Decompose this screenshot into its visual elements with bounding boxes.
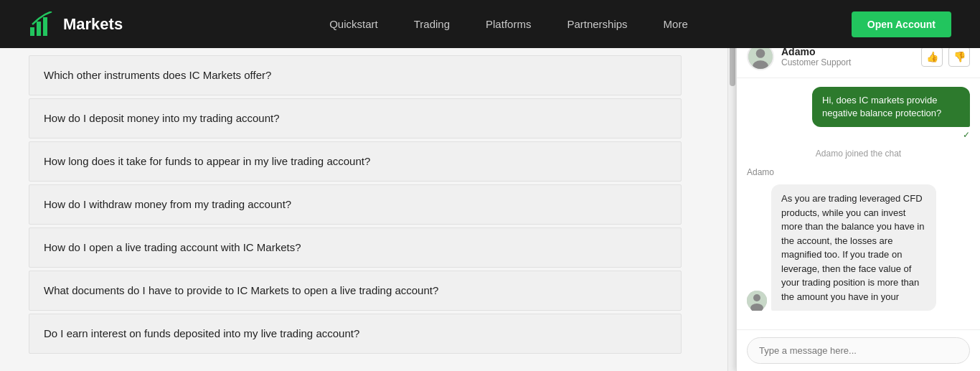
nav-platforms[interactable]: Platforms	[486, 18, 531, 30]
thumbs-up-icon: 👍	[926, 51, 938, 62]
faq-item[interactable]: How long does it take for funds to appea…	[29, 141, 682, 182]
faq-item[interactable]: Do I earn interest on funds deposited in…	[29, 314, 682, 354]
system-message: Adamo joined the chat	[747, 149, 970, 159]
agent-message-avatar	[747, 291, 767, 311]
faq-text: Do I earn interest on funds deposited in…	[44, 327, 359, 339]
faq-text: How long does it take for funds to appea…	[44, 155, 370, 167]
message-check-icon: ✓	[963, 130, 970, 140]
chat-panel: IC Markets Global Live Chat − Adamo Cust…	[736, 0, 980, 371]
svg-point-4	[756, 49, 765, 58]
faq-text: What documents do I have to provide to I…	[44, 284, 438, 296]
faq-text: How do I deposit money into my trading a…	[44, 112, 280, 124]
chat-messages: Hi, does IC markets provide negative bal…	[737, 78, 980, 329]
svg-rect-2	[43, 17, 47, 36]
faq-text: How do I withdraw money from my trading …	[44, 198, 291, 210]
faq-item[interactable]: What documents do I have to provide to I…	[29, 271, 682, 311]
faq-section: Which other instruments does IC Markets …	[0, 48, 710, 364]
user-message-bubble: Hi, does IC markets provide negative bal…	[812, 87, 970, 127]
logo-text: Markets	[63, 15, 123, 34]
agent-role: Customer Support	[781, 57, 921, 67]
faq-text: How do I open a live trading account wit…	[44, 241, 301, 253]
chat-input-area	[737, 329, 980, 371]
agent-avatar-small-icon	[747, 291, 767, 311]
faq-item[interactable]: Which other instruments does IC Markets …	[29, 55, 682, 95]
logo[interactable]: Markets	[29, 11, 123, 37]
agent-info: Adamo Customer Support	[781, 46, 921, 67]
user-message-row: Hi, does IC markets provide negative bal…	[747, 87, 970, 140]
agent-message-bubble: As you are trading leveraged CFD product…	[771, 184, 936, 311]
faq-item[interactable]: How do I open a live trading account wit…	[29, 227, 682, 268]
faq-item[interactable]: How do I withdraw money from my trading …	[29, 184, 682, 225]
svg-point-7	[753, 294, 760, 301]
chat-message-input[interactable]	[747, 337, 970, 364]
nav-trading[interactable]: Trading	[414, 18, 450, 30]
nav-partnerships[interactable]: Partnerships	[567, 18, 627, 30]
agent-message-row: As you are trading leveraged CFD product…	[747, 184, 970, 311]
page-scrollbar[interactable]	[727, 0, 736, 371]
faq-item[interactable]: How do I deposit money into my trading a…	[29, 98, 682, 138]
agent-actions: 👍 👎	[921, 47, 970, 67]
svg-rect-1	[37, 22, 41, 36]
faq-text: Which other instruments does IC Markets …	[44, 69, 271, 81]
thumbs-down-icon: 👎	[953, 51, 966, 62]
svg-rect-0	[30, 27, 34, 36]
agent-sender-label: Adamo	[747, 167, 970, 177]
nav-more[interactable]: More	[664, 18, 688, 30]
scrollbar-thumb	[730, 43, 735, 86]
main-nav: Quickstart Trading Platforms Partnership…	[166, 18, 852, 30]
open-account-button[interactable]: Open Account	[852, 11, 951, 37]
header: Markets Quickstart Trading Platforms Par…	[0, 0, 980, 48]
nav-quickstart[interactable]: Quickstart	[329, 18, 378, 30]
thumbs-up-button[interactable]: 👍	[921, 47, 943, 67]
ic-markets-logo-icon	[29, 11, 57, 37]
thumbs-down-button[interactable]: 👎	[948, 47, 970, 67]
